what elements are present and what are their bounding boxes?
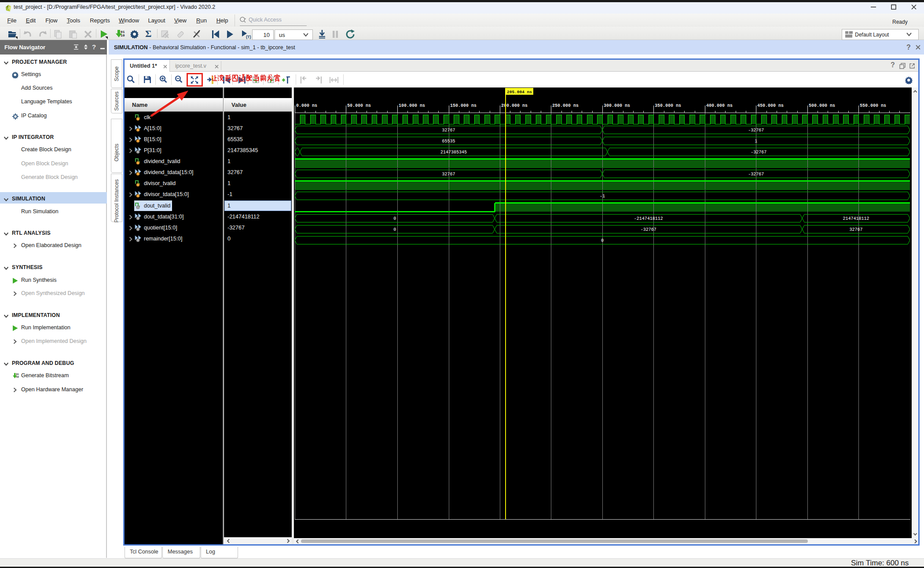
- svg-text:2147418112: 2147418112: [843, 216, 869, 221]
- svg-text:-2147418112: -2147418112: [634, 216, 663, 221]
- svg-text:10: 10: [121, 33, 125, 37]
- svg-text:10: 10: [16, 375, 19, 379]
- svg-text:1: 1: [755, 139, 757, 144]
- svg-text:32767: 32767: [849, 227, 862, 232]
- svg-text:-32767: -32767: [748, 128, 764, 133]
- svg-text:100.000 ns: 100.000 ns: [399, 103, 425, 108]
- svg-text:0: 0: [393, 216, 396, 221]
- svg-text:-32767: -32767: [748, 172, 764, 177]
- svg-text:0: 0: [601, 238, 604, 243]
- svg-text:450.000 ns: 450.000 ns: [757, 103, 784, 108]
- svg-text:250.000 ns: 250.000 ns: [552, 103, 579, 108]
- svg-text:32767: 32767: [442, 128, 455, 133]
- svg-text:300.000 ns: 300.000 ns: [604, 103, 630, 108]
- svg-text:(T): (T): [246, 35, 251, 39]
- svg-text:350.000 ns: 350.000 ns: [655, 103, 681, 108]
- svg-text:150.000 ns: 150.000 ns: [450, 103, 477, 108]
- svg-text:205.004 ns: 205.004 ns: [507, 90, 532, 95]
- svg-text:500.000 ns: 500.000 ns: [809, 103, 835, 108]
- svg-text:0.000 ns: 0.000 ns: [296, 103, 317, 108]
- svg-text:50.000 ns: 50.000 ns: [347, 103, 371, 108]
- svg-text:-32767: -32767: [751, 150, 766, 155]
- svg-text:-1: -1: [600, 194, 605, 199]
- svg-text:-32767: -32767: [641, 227, 656, 232]
- svg-text:32767: 32767: [442, 172, 455, 177]
- svg-text:2147385345: 2147385345: [440, 150, 467, 155]
- svg-text:0: 0: [393, 227, 396, 232]
- svg-text:550.000 ns: 550.000 ns: [860, 103, 886, 108]
- svg-text:65535: 65535: [442, 139, 455, 144]
- svg-text:400.000 ns: 400.000 ns: [706, 103, 733, 108]
